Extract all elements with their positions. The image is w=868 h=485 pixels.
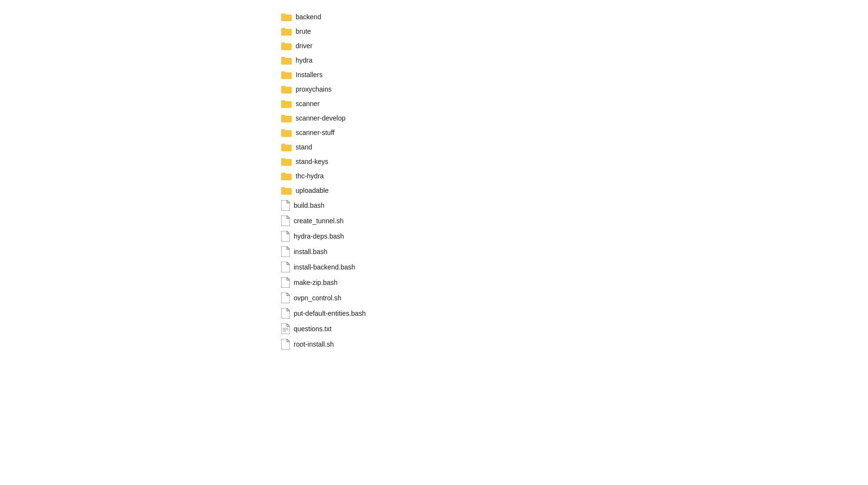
svg-rect-3 <box>281 28 285 30</box>
item-label: thc-hydra <box>296 172 324 180</box>
list-item[interactable]: install.bash <box>277 244 868 259</box>
svg-rect-19 <box>281 144 285 146</box>
list-item[interactable]: scanner <box>277 96 868 111</box>
file-icon <box>281 216 290 226</box>
item-label: build.bash <box>294 202 325 209</box>
item-label: hydra <box>296 56 312 64</box>
svg-rect-1 <box>281 13 285 16</box>
svg-rect-7 <box>281 57 285 59</box>
item-label: ovpn_control.sh <box>294 294 341 302</box>
file-icon <box>281 231 290 242</box>
item-label: install-backend.bash <box>294 263 355 271</box>
item-label: make-zip.bash <box>294 279 338 286</box>
folder-icon <box>281 27 292 36</box>
list-item[interactable]: scanner-develop <box>277 111 868 125</box>
svg-rect-21 <box>281 158 285 161</box>
list-item[interactable]: thc-hydra <box>277 169 868 183</box>
list-item[interactable]: put-default-entities.bash <box>277 306 868 321</box>
svg-rect-11 <box>281 86 285 88</box>
folder-icon <box>281 70 292 80</box>
item-label: questions.txt <box>294 325 332 333</box>
list-item[interactable]: backend <box>277 10 868 24</box>
list-item[interactable]: install-backend.bash <box>277 259 868 275</box>
list-item[interactable]: build.bash <box>277 198 868 213</box>
file-icon <box>281 308 290 319</box>
item-label: scanner-develop <box>296 114 346 122</box>
svg-rect-23 <box>281 173 285 175</box>
item-label: stand-keys <box>296 158 328 165</box>
list-item[interactable]: stand-keys <box>277 154 868 169</box>
file-icon <box>281 293 290 303</box>
folder-icon <box>281 186 292 195</box>
list-item[interactable]: ovpn_control.sh <box>277 290 868 306</box>
svg-rect-13 <box>281 100 285 103</box>
svg-rect-9 <box>281 71 285 74</box>
item-label: Installers <box>296 71 323 79</box>
item-label: uploadable <box>296 187 329 194</box>
item-label: install.bash <box>294 248 327 256</box>
svg-rect-5 <box>281 42 285 45</box>
item-label: stand <box>296 143 312 151</box>
file-icon <box>281 200 290 211</box>
svg-rect-25 <box>281 187 285 189</box>
file-list: backend brute driver <box>277 0 868 362</box>
list-item[interactable]: stand <box>277 140 868 154</box>
list-item[interactable]: make-zip.bash <box>277 275 868 290</box>
item-label: scanner-stuff <box>296 129 335 136</box>
list-item[interactable]: Installers <box>277 67 868 82</box>
folder-icon <box>281 142 292 152</box>
folder-icon <box>281 171 292 181</box>
svg-rect-17 <box>281 129 285 132</box>
item-label: driver <box>296 42 312 50</box>
list-item[interactable]: hydra <box>277 53 868 67</box>
list-item[interactable]: create_tunnel.sh <box>277 213 868 229</box>
item-label: brute <box>296 27 311 35</box>
folder-icon <box>281 128 292 137</box>
list-item[interactable]: questions.txt <box>277 321 868 337</box>
list-item[interactable]: brute <box>277 24 868 39</box>
item-label: backend <box>296 13 321 21</box>
item-label: put-default-entities.bash <box>294 310 366 317</box>
folder-icon <box>281 157 292 166</box>
list-item[interactable]: uploadable <box>277 183 868 198</box>
folder-icon <box>281 41 292 51</box>
svg-rect-15 <box>281 115 285 117</box>
list-item[interactable]: proxychains <box>277 82 868 96</box>
file-icon <box>281 262 290 272</box>
list-item[interactable]: driver <box>277 39 868 53</box>
file-icon <box>281 246 290 257</box>
file-text-icon <box>281 323 290 334</box>
item-label: create_tunnel.sh <box>294 217 344 225</box>
folder-icon <box>281 84 292 94</box>
item-label: proxychains <box>296 85 332 93</box>
item-label: root-install.sh <box>294 340 334 348</box>
folder-icon <box>281 113 292 123</box>
list-item[interactable]: hydra-deps.bash <box>277 229 868 244</box>
item-label: scanner <box>296 100 320 108</box>
file-icon <box>281 339 290 350</box>
list-item[interactable]: root-install.sh <box>277 337 868 352</box>
file-icon <box>281 277 290 288</box>
folder-icon <box>281 12 292 22</box>
folder-icon <box>281 99 292 108</box>
item-label: hydra-deps.bash <box>294 232 344 240</box>
list-item[interactable]: scanner-stuff <box>277 125 868 140</box>
folder-icon <box>281 55 292 65</box>
